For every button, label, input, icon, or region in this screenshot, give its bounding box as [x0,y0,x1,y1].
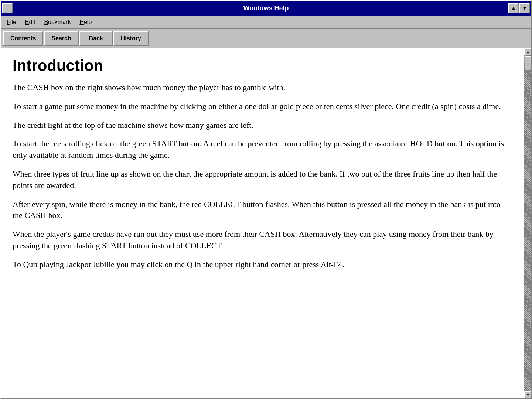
title-bar-left: ─ [2,3,13,13]
paragraph-1: The CASH box on the right shows how much… [13,82,512,93]
paragraph-2: To start a game put some money in the ma… [13,101,512,112]
title-bar-controls: ▲ ▼ [508,3,530,13]
window-title: Windows Help [243,4,289,12]
menu-file[interactable]: File [2,17,21,27]
paragraph-8: To Quit playing Jackpot Jubille you may … [13,259,512,270]
paragraph-3: The credit light at the top of the machi… [13,120,512,131]
menu-bar: File Edit Bookmark Help [1,16,531,29]
scroll-up-arrow[interactable]: ▲ [524,48,531,55]
search-button[interactable]: Search [44,31,78,46]
paragraph-6: After every spin, while there is money i… [13,199,512,222]
scroll-down-button[interactable]: ▼ [519,3,530,13]
paragraph-4: To start the reels rolling click on the … [13,138,512,161]
history-button[interactable]: History [113,31,149,46]
title-bar: ─ Windows Help ▲ ▼ [1,1,531,16]
contents-button[interactable]: Contents [3,31,43,46]
menu-edit[interactable]: Edit [21,17,40,27]
menu-bookmark[interactable]: Bookmark [40,17,75,27]
page-heading: Introduction [13,57,512,75]
back-button[interactable]: Back [79,31,113,46]
paragraph-7: When the player's game credits have run … [13,229,512,252]
system-menu-button[interactable]: ─ [2,3,13,13]
main-window: ─ Windows Help ▲ ▼ File Edit Bookmark He… [0,0,532,399]
paragraph-5: When three types of fruit line up as sho… [13,168,512,191]
menu-help[interactable]: Help [75,17,96,27]
main-content: Introduction The CASH box on the right s… [1,48,524,398]
scroll-track[interactable] [524,55,531,391]
content-area: Introduction The CASH box on the right s… [1,48,531,398]
scrollbar: ▲ ▼ [524,48,531,398]
scroll-thumb[interactable] [525,56,531,71]
scroll-up-button[interactable]: ▲ [508,3,519,13]
scroll-down-arrow[interactable]: ▼ [524,391,531,398]
toolbar: Contents Search Back History [1,29,531,48]
